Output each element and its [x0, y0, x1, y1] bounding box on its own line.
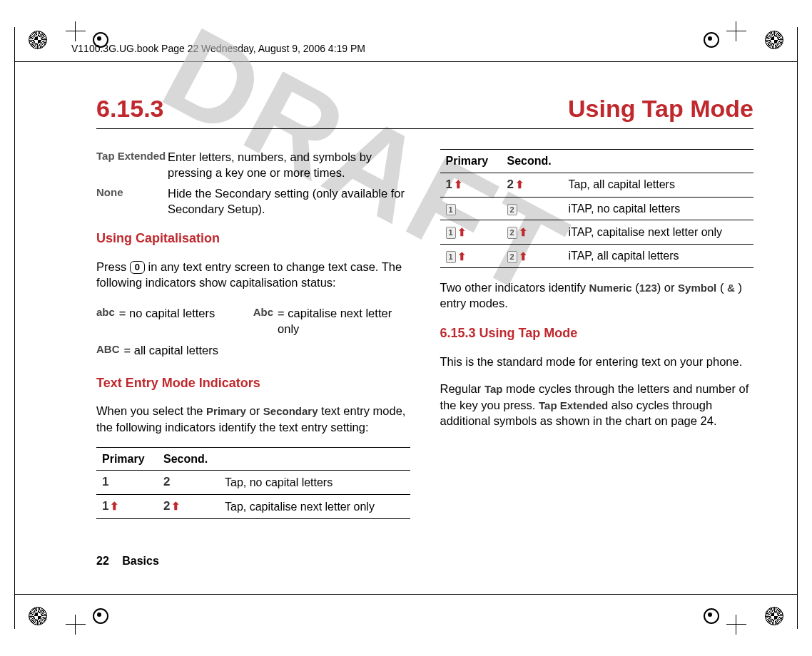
capitalisation-paragraph: Press 0 in any text entry screen to chan… — [96, 259, 410, 291]
indicator-description: Tap, all capital letters — [563, 173, 754, 197]
indicators-table-left: Primary Second. 1 2 Tap, no capital lett… — [96, 447, 410, 519]
arrow-up-icon: ⬆ — [454, 178, 463, 192]
left-column: Tap Extended Enter letters, numbers, and… — [96, 145, 410, 519]
chip-icon: 1 — [446, 227, 456, 239]
definition-term: None — [96, 185, 168, 217]
crop-rule-left — [14, 27, 15, 629]
secondary-indicator-icon: 2 — [163, 474, 170, 491]
primary-indicator-icon: 1 — [102, 474, 108, 491]
tap-mode-p1: This is the standard mode for entering t… — [440, 354, 754, 369]
indicator-description: iTAP, capitalise next letter only — [563, 220, 754, 245]
primary-indicator-icon: 1 — [446, 204, 456, 216]
definition-term: Tap Extended — [96, 149, 168, 181]
definition-body: Hide the Secondary setting (only availab… — [168, 185, 410, 217]
table-row: 1 2 Tap, no capital letters — [96, 471, 410, 495]
crop-rule-bottom — [14, 594, 798, 595]
arrow-up-icon: ⬆ — [515, 178, 524, 192]
table-row: 1⬆ 2⬆ iTAP, all capital letters — [440, 244, 754, 268]
page: V1100.3G.UG.book Page 22 Wednesday, Augu… — [0, 0, 812, 656]
table-row: 1⬆ 2⬆ Tap, all capital letters — [440, 173, 754, 197]
secondary-indicator-icon: 2⬆ — [507, 250, 528, 264]
primary-indicator-icon: 1⬆ — [102, 498, 119, 515]
primary-indicator-icon: 1⬆ — [446, 250, 467, 264]
chip-icon: 2 — [507, 227, 517, 239]
chapter-name: Basics — [122, 555, 159, 567]
col-secondary: Second. — [158, 447, 219, 471]
capitalisation-indicator-grid: abc = no capital letters Abc = capitalis… — [96, 302, 410, 362]
indicator-description: iTAP, all capital letters — [563, 244, 754, 268]
indicator-description: iTAP, no capital letters — [563, 197, 754, 220]
crop-mark-icon — [726, 615, 746, 635]
col-secondary: Second. — [502, 150, 563, 173]
indicators-paragraph: When you select the Primary or Secondary… — [96, 403, 410, 435]
tap-mode-p2: Regular Tap mode cycles through the lett… — [440, 381, 754, 429]
content-area: 6.15.3 Using Tap Mode Tap Extended Enter… — [96, 82, 753, 563]
chip-icon: 2 — [507, 204, 517, 216]
arrow-up-icon: ⬆ — [519, 250, 528, 264]
abc-mixed-icon: Abc — [253, 305, 273, 337]
col-primary: Primary — [96, 447, 158, 471]
definition-row: Tap Extended Enter letters, numbers, and… — [96, 149, 410, 181]
indicator-description: Tap, capitalise next letter only — [219, 495, 410, 519]
crop-rule-top — [14, 61, 798, 62]
indicators-table-right: Primary Second. 1⬆ 2⬆ Tap, all capital l… — [440, 149, 754, 268]
symbol-icon: & — [727, 282, 735, 294]
arrow-up-icon: ⬆ — [519, 225, 528, 240]
page-number: 22 — [96, 555, 109, 567]
table-header-row: Primary Second. — [96, 447, 410, 471]
table-row: 1 2 iTAP, no capital letters — [440, 197, 754, 220]
caps-item: ABC = all capital letters — [96, 339, 253, 361]
registration-mark-icon — [29, 31, 47, 49]
chip-icon: 1 — [446, 204, 456, 216]
section-title: 6.15.3 Using Tap Mode — [96, 95, 753, 123]
caps-item: Abc = capitalise next letter only — [253, 302, 410, 340]
caps-item: abc = no capital letters — [96, 302, 253, 340]
target-icon — [704, 608, 719, 624]
subheading-tap-mode: 6.15.3 Using Tap Mode — [440, 324, 754, 342]
table-row: 1⬆ 2⬆ Tap, capitalise next letter only — [96, 495, 410, 519]
subheading-capitalisation: Using Capitalisation — [96, 230, 410, 247]
target-icon — [93, 608, 108, 624]
crop-rule-right — [797, 27, 798, 629]
secondary-indicator-icon: 2⬆ — [507, 225, 528, 240]
definition-body: Enter letters, numbers, and symbols by p… — [168, 149, 410, 181]
right-column: Primary Second. 1⬆ 2⬆ Tap, all capital l… — [440, 145, 754, 519]
arrow-up-icon: ⬆ — [110, 499, 119, 513]
col-primary: Primary — [440, 150, 502, 173]
table-header-row: Primary Second. — [440, 150, 754, 173]
crop-mark-icon — [726, 21, 746, 41]
secondary-indicator-icon: 2 — [507, 204, 517, 216]
arrow-up-icon: ⬆ — [171, 499, 181, 513]
chip-icon: 1 — [446, 251, 456, 263]
definition-row: None Hide the Secondary setting (only av… — [96, 185, 410, 217]
crop-mark-icon — [66, 21, 86, 41]
key-zero-icon: 0 — [130, 261, 145, 274]
subheading-indicators: Text Entry Mode Indicators — [96, 374, 410, 391]
abc-upper-icon: ABC — [96, 342, 120, 358]
numeric-symbol-paragraph: Two other indicators identify Numeric (1… — [440, 280, 754, 312]
abc-lower-icon: abc — [96, 305, 115, 337]
secondary-indicator-icon: 2⬆ — [163, 498, 181, 515]
chip-icon: 2 — [507, 251, 517, 263]
secondary-indicator-icon: 2⬆ — [507, 177, 524, 193]
page-footer: 22 Basics — [96, 555, 169, 568]
registration-mark-icon — [765, 607, 783, 625]
arrow-up-icon: ⬆ — [457, 225, 467, 240]
registration-mark-icon — [765, 31, 783, 49]
book-header-note: V1100.3G.UG.book Page 22 Wednesday, Augu… — [71, 43, 365, 54]
registration-mark-icon — [29, 607, 47, 625]
indicator-description: Tap, no capital letters — [219, 471, 410, 495]
section-number: 6.15.3 — [96, 95, 164, 123]
title-rule — [96, 128, 753, 129]
table-row: 1⬆ 2⬆ iTAP, capitalise next letter only — [440, 220, 754, 245]
crop-mark-icon — [66, 615, 86, 635]
target-icon — [704, 32, 719, 48]
section-heading: Using Tap Mode — [568, 95, 753, 123]
primary-indicator-icon: 1⬆ — [446, 177, 463, 193]
primary-indicator-icon: 1⬆ — [446, 225, 467, 240]
arrow-up-icon: ⬆ — [457, 250, 467, 264]
numeric-icon: 123 — [639, 282, 657, 294]
